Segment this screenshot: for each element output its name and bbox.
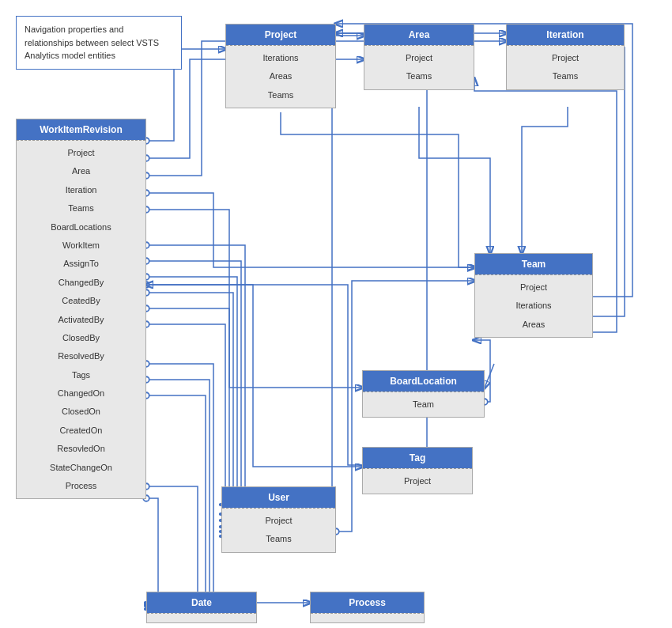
entity-user: User Project Teams [221,486,336,553]
note-text: Navigation properties and relationships … [25,25,159,60]
field-area-teams: Teams [364,67,474,85]
field-wir-iteration: Iteration [17,181,145,199]
field-wir-changedby: ChangedBy [17,274,145,292]
field-project-iterations: Iterations [226,49,335,67]
entity-date: Date [146,592,257,623]
entity-date-header: Date [147,592,256,613]
entity-team-header: Team [475,254,592,274]
field-area-project: Project [364,49,474,67]
entity-team-fields: Project Iterations Areas [475,274,592,337]
field-boardlocation-team: Team [363,395,484,414]
field-wir-ceatedby: CeatedBy [17,292,145,310]
field-user-project: Project [222,512,335,530]
entity-project-fields: Iterations Areas Teams [226,45,335,108]
field-wir-statechangeon: StateChangeOn [17,459,145,477]
field-wir-area: Area [17,162,145,180]
field-wir-closedon: ClosedOn [17,403,145,421]
note-box: Navigation properties and relationships … [16,16,182,70]
entity-iteration-fields: Project Teams [507,45,624,89]
field-wir-closedby: ClosedBy [17,329,145,347]
field-iteration-project: Project [507,49,624,67]
entity-process-fields [311,613,424,622]
entity-user-header: User [222,487,335,508]
field-wir-process: Process [17,477,145,495]
field-iteration-teams: Teams [507,67,624,85]
entity-area-fields: Project Teams [364,45,474,89]
entity-tag: Tag Project [362,447,473,494]
entity-user-fields: Project Teams [222,508,335,552]
entity-project: Project Iterations Areas Teams [225,24,336,108]
entity-tag-fields: Project [363,468,472,494]
field-project-areas: Areas [226,67,335,85]
entity-area-header: Area [364,25,474,45]
svg-line-3 [485,364,494,388]
field-wir-tags: Tags [17,366,145,384]
field-wir-resolvedby: ResolvedBy [17,347,145,365]
entity-tag-header: Tag [363,448,472,468]
field-wir-changedon: ChangedOn [17,384,145,403]
entity-iteration-header: Iteration [507,25,624,45]
entity-iteration: Iteration Project Teams [506,24,625,90]
entity-date-fields [147,613,256,622]
field-wir-resovledon: ResovledOn [17,440,145,458]
field-wir-createdon: CreatedOn [17,422,145,440]
entity-project-header: Project [226,25,335,45]
field-wir-activatedby: ActivatedBy [17,311,145,329]
entity-area: Area Project Teams [364,24,474,90]
entity-team: Team Project Iterations Areas [474,253,593,338]
field-user-teams: Teams [222,530,335,548]
field-team-project: Project [475,278,592,297]
field-project-teams: Teams [226,86,335,104]
entity-boardlocation-fields: Team [363,392,484,417]
entity-boardlocation-header: BoardLocation [363,371,484,392]
field-wir-workitem: WorkItem [17,236,145,255]
field-tag-project: Project [363,472,472,490]
field-wir-project: Project [17,144,145,162]
field-wir-teams: Teams [17,199,145,218]
field-wir-assignto: AssignTo [17,255,145,273]
field-team-iterations: Iterations [475,297,592,315]
entity-boardlocation: BoardLocation Team [362,370,485,418]
entity-workitemrevision-fields: Project Area Iteration Teams BoardLocati… [17,140,145,498]
diagram-container: Navigation properties and relationships … [0,0,672,628]
field-wir-boardlocations: BoardLocations [17,218,145,236]
entity-process-header: Process [311,592,424,613]
entity-workitemrevision-header: WorkItemRevision [17,119,145,140]
entity-workitemrevision: WorkItemRevision Project Area Iteration … [16,119,146,499]
field-team-areas: Areas [475,316,592,334]
entity-process: Process [310,592,425,623]
